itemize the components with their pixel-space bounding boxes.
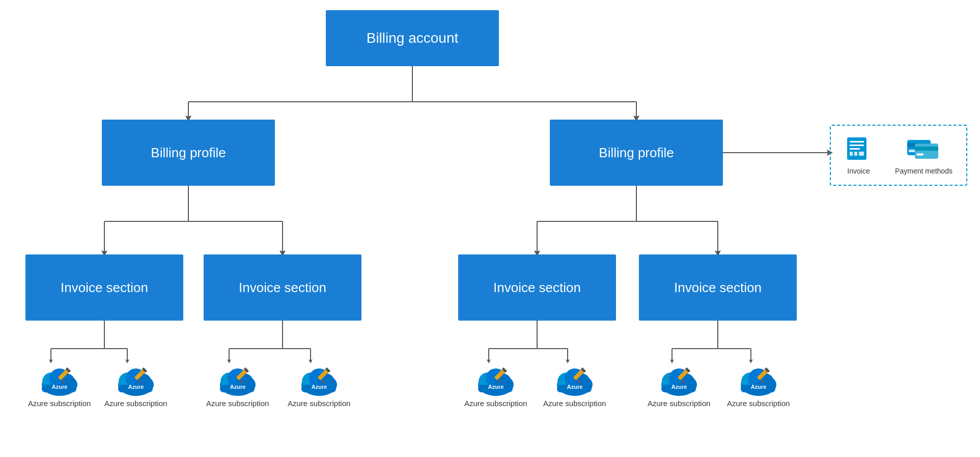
azure-sub-5: Azure Azure subscription — [464, 361, 527, 408]
billing-profile-left-label: Billing profile — [151, 145, 226, 161]
svg-rect-111 — [915, 144, 938, 159]
invoice-icon — [845, 136, 873, 164]
invoice-section-4-label: Invoice section — [674, 280, 762, 296]
svg-rect-106 — [854, 152, 857, 156]
callout-box: Invoice Payment methods — [830, 125, 967, 186]
azure-sub-3-icon: Azure — [217, 361, 258, 396]
svg-text:Azure: Azure — [488, 384, 503, 390]
svg-text:Azure: Azure — [671, 384, 687, 390]
azure-sub-3: Azure Azure subscription — [206, 361, 269, 408]
azure-sub-1-icon: Azure — [39, 361, 80, 396]
callout-payment-label: Payment methods — [895, 167, 953, 175]
azure-sub-7-icon: Azure — [659, 361, 699, 396]
svg-rect-112 — [915, 147, 938, 151]
invoice-section-3-label: Invoice section — [493, 280, 581, 296]
azure-sub-5-icon: Azure — [475, 361, 516, 396]
azure-sub-8-icon: Azure — [738, 361, 779, 396]
payment-methods-icon — [905, 136, 943, 164]
invoice-section-2-box: Invoice section — [204, 254, 361, 321]
azure-sub-6: Azure Azure subscription — [543, 361, 606, 408]
svg-rect-105 — [850, 152, 853, 156]
billing-profile-left-box: Billing profile — [102, 120, 275, 186]
svg-text:Azure: Azure — [128, 384, 144, 390]
billing-account-box: Billing account — [326, 10, 499, 66]
svg-text:Azure: Azure — [750, 384, 766, 390]
billing-profile-right-label: Billing profile — [599, 145, 674, 161]
azure-sub-6-label: Azure subscription — [543, 399, 606, 408]
svg-text:Azure: Azure — [311, 384, 327, 390]
svg-text:Azure: Azure — [230, 384, 245, 390]
azure-sub-2-icon: Azure — [116, 361, 156, 396]
svg-text:Azure: Azure — [567, 384, 582, 390]
svg-rect-103 — [850, 145, 864, 146]
invoice-section-4-box: Invoice section — [639, 254, 797, 321]
svg-rect-113 — [916, 153, 923, 156]
azure-sub-1: Azure Azure subscription — [28, 361, 91, 408]
svg-text:Azure: Azure — [51, 384, 67, 390]
callout-payment: Payment methods — [895, 136, 953, 175]
callout-invoice-label: Invoice — [847, 167, 870, 175]
azure-sub-1-label: Azure subscription — [28, 399, 91, 408]
azure-sub-7-label: Azure subscription — [648, 399, 710, 408]
azure-sub-5-label: Azure subscription — [464, 399, 527, 408]
svg-rect-107 — [859, 152, 864, 156]
invoice-section-3-box: Invoice section — [458, 254, 616, 321]
azure-sub-8-label: Azure subscription — [727, 399, 790, 408]
svg-rect-104 — [850, 148, 860, 150]
azure-sub-4-label: Azure subscription — [288, 399, 350, 408]
invoice-section-1-box: Invoice section — [25, 254, 183, 321]
svg-rect-102 — [850, 141, 864, 142]
azure-sub-3-label: Azure subscription — [206, 399, 269, 408]
billing-account-label: Billing account — [367, 30, 459, 46]
azure-sub-4: Azure Azure subscription — [288, 361, 350, 408]
azure-sub-6-icon: Azure — [554, 361, 595, 396]
callout-invoice: Invoice — [845, 136, 873, 175]
azure-sub-2: Azure Azure subscription — [104, 361, 167, 408]
diagram-container: Billing account Billing profile Billing … — [0, 0, 980, 457]
azure-sub-8: Azure Azure subscription — [727, 361, 790, 408]
billing-profile-right-box: Billing profile — [550, 120, 723, 186]
azure-sub-4-icon: Azure — [299, 361, 340, 396]
invoice-section-1-label: Invoice section — [61, 280, 148, 296]
svg-rect-110 — [909, 150, 916, 152]
azure-sub-7: Azure Azure subscription — [648, 361, 710, 408]
azure-sub-2-label: Azure subscription — [104, 399, 167, 408]
invoice-section-2-label: Invoice section — [239, 280, 326, 296]
